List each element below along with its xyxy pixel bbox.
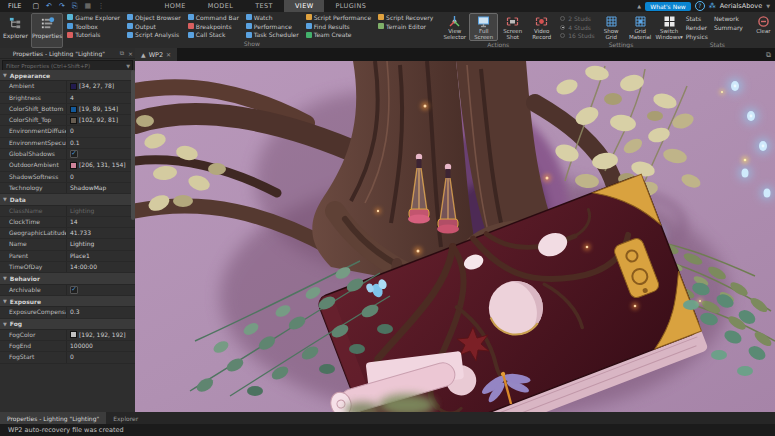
property-value[interactable]: 0 [66, 126, 135, 136]
property-value[interactable]: Place1 [66, 251, 135, 261]
view-selector-button[interactable]: View Selector [440, 13, 469, 41]
game-explorer-button[interactable]: Game Explorer [65, 13, 122, 22]
property-value[interactable]: ✓ [66, 149, 135, 159]
restore-layout-icon[interactable]: ⧉ [766, 51, 771, 59]
property-row-clocktime[interactable]: ClockTime14 [0, 217, 135, 228]
3d-scene-canvas[interactable] [135, 61, 775, 412]
switch-windows-button[interactable]: Switch Windows▾ [655, 13, 684, 41]
properties-button[interactable]: Properties [31, 13, 63, 48]
property-value[interactable]: [34, 27, 78] [66, 81, 135, 91]
property-row-colorshift_bottom[interactable]: ColorShift_Bottom[19, 89, 154] [0, 104, 135, 115]
menu-tab-test[interactable]: TEST [244, 0, 284, 12]
property-row-classname[interactable]: ClassNameLighting [0, 206, 135, 217]
property-value[interactable]: 0.3 [66, 307, 135, 317]
property-row-parent[interactable]: ParentPlace1 [0, 251, 135, 262]
menu-tab-model[interactable]: MODEL [197, 0, 244, 12]
share-icon[interactable]: ⁂ [709, 2, 716, 10]
terrain-editor-button[interactable]: Terrain Editor [376, 22, 435, 31]
property-value[interactable]: [206, 131, 154] [66, 160, 135, 170]
property-value[interactable]: Lighting [66, 239, 135, 249]
radio-4-studs[interactable]: 4 Studs [560, 23, 594, 32]
float-panel-icon[interactable]: ⧉ [118, 49, 126, 57]
section-header-behavior[interactable]: ▼Behavior [0, 273, 135, 284]
stats-item-summary[interactable]: Summary [714, 23, 743, 32]
section-header-exposure[interactable]: ▼Exposure [0, 296, 135, 307]
property-row-globalshadows[interactable]: GlobalShadows✓ [0, 149, 135, 160]
radio-16-studs[interactable]: 16 Studs [560, 31, 594, 40]
close-panel-icon[interactable]: × [126, 50, 135, 57]
script-analysis-button[interactable]: Script Analysis [125, 31, 183, 40]
radio-2-studs[interactable]: 2 Studs [560, 14, 594, 23]
property-value[interactable]: 41.733 [66, 228, 135, 238]
menu-tab-plugins[interactable]: PLUGINS [324, 0, 377, 12]
property-row-exposurecompensation[interactable]: ExposureCompensation0.3 [0, 307, 135, 318]
property-row-colorshift_top[interactable]: ColorShift_Top[102, 92, 81] [0, 115, 135, 126]
script-recovery-button[interactable]: Script Recovery [376, 13, 435, 22]
property-row-name[interactable]: NameLighting [0, 239, 135, 250]
explorer-button[interactable]: Explorer [2, 13, 29, 48]
menu-tab-home[interactable]: HOME [153, 0, 196, 12]
property-value[interactable]: 0 [66, 352, 135, 362]
toolbox-button[interactable]: Toolbox [65, 22, 122, 31]
property-row-fogstart[interactable]: FogStart0 [0, 352, 135, 363]
command-bar-button[interactable]: Command Bar [186, 13, 241, 22]
property-row-geographiclatitude[interactable]: GeographicLatitude41.733 [0, 228, 135, 239]
property-value[interactable]: 14 [66, 217, 135, 227]
properties-panel-header[interactable]: Properties - Lighting "Lighting" ⧉ × [0, 48, 135, 59]
property-row-ambient[interactable]: Ambient[34, 27, 78] [0, 81, 135, 92]
property-value[interactable]: [19, 89, 154] [66, 104, 135, 114]
section-header-data[interactable]: ▼Data [0, 194, 135, 205]
tab-wp2[interactable]: ▲ WP2 ✕ [135, 48, 177, 61]
help-icon[interactable]: ? [695, 1, 705, 11]
dock-tab-explorer[interactable]: Explorer [106, 412, 145, 424]
property-value[interactable]: 100000 [66, 341, 135, 351]
property-row-fogend[interactable]: FogEnd100000 [0, 341, 135, 352]
screen-shot-button[interactable]: Screen Shot [498, 13, 527, 41]
paste-icon[interactable]: ⎘ [70, 2, 79, 11]
property-row-archivable[interactable]: Archivable✓ [0, 285, 135, 296]
collapse-ribbon-icon[interactable]: ▲ [637, 3, 641, 9]
watch-button[interactable]: Watch [244, 13, 301, 22]
checkbox-checked-icon[interactable]: ✓ [70, 150, 78, 158]
show-grid-button[interactable]: Show Grid [597, 13, 626, 41]
property-value[interactable]: ShadowMap [66, 183, 135, 193]
section-header-appearance[interactable]: ▼Appearance [0, 70, 135, 81]
checkbox-checked-icon[interactable]: ✓ [70, 286, 78, 294]
property-row-environmentspecularscale[interactable]: EnvironmentSpecularScale0.1 [0, 138, 135, 149]
file-menu[interactable]: FILE [0, 2, 29, 10]
tab-close-icon[interactable]: ✕ [166, 51, 171, 58]
dock-tab-properties[interactable]: Properties - Lighting "Lighting" [0, 412, 106, 424]
quickbar-overflow-icon[interactable]: ⋮ [96, 2, 105, 11]
property-value[interactable]: 14:00:00 [66, 262, 135, 272]
new-file-icon[interactable]: ▢ [31, 2, 40, 11]
filter-dropdown-icon[interactable]: ▼ [126, 63, 132, 69]
property-row-outdoorambient[interactable]: OutdoorAmbient[206, 131, 154] [0, 160, 135, 171]
team-create-button[interactable]: Team Create [304, 31, 373, 40]
property-row-technology[interactable]: TechnologyShadowMap [0, 183, 135, 194]
property-value[interactable]: 0.1 [66, 138, 135, 148]
property-row-shadowsoftness[interactable]: ShadowSoftness0 [0, 172, 135, 183]
property-row-environmentdiffusescale[interactable]: EnvironmentDiffuseScale0 [0, 126, 135, 137]
clear-button[interactable]: Clear [749, 13, 775, 40]
tutorials-button[interactable]: Tutorials [65, 31, 122, 40]
find-results-button[interactable]: Find Results [304, 22, 373, 31]
property-value[interactable]: [102, 92, 81] [66, 115, 135, 125]
call-stack-button[interactable]: Call Stack [186, 31, 241, 40]
whats-new-button[interactable]: What's New [645, 2, 691, 11]
property-value[interactable]: Lighting [66, 206, 135, 216]
stats-item-render[interactable]: Render [686, 23, 708, 32]
property-row-fogcolor[interactable]: FogColor[192, 192, 192] [0, 330, 135, 341]
property-value[interactable]: ✓ [66, 285, 135, 295]
stats-item-network[interactable]: Network [714, 14, 743, 23]
property-value[interactable]: 4 [66, 93, 135, 103]
account-caret-icon[interactable]: ▼ [766, 3, 770, 9]
grid-material-button[interactable]: Grid Material [626, 13, 655, 41]
breakpoints-button[interactable]: Breakpoints [186, 22, 241, 31]
video-record-button[interactable]: Video Record [527, 13, 556, 41]
performance-button[interactable]: Performance [244, 22, 301, 31]
task-scheduler-button[interactable]: Task Scheduler [244, 31, 301, 40]
property-row-brightness[interactable]: Brightness4 [0, 93, 135, 104]
stats-item-stats[interactable]: Stats [686, 14, 708, 23]
output-button[interactable]: Output [125, 22, 183, 31]
property-value[interactable]: 0 [66, 172, 135, 182]
